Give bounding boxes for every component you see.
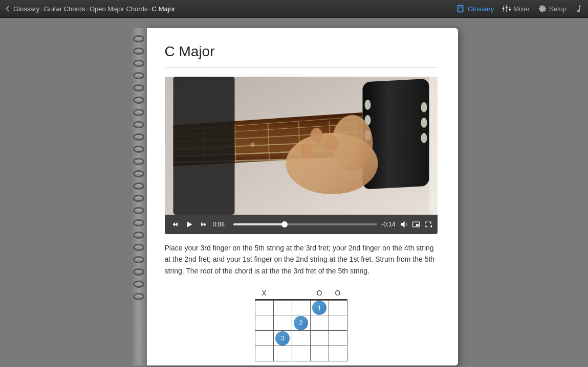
fullscreen-button[interactable] [424,220,432,228]
notebook: C Major [130,28,458,365]
rewind-button[interactable] [170,220,180,228]
spiral-ring [133,72,144,79]
svg-point-33 [300,143,312,158]
svg-rect-34 [173,77,234,215]
chord-cell: 3 [273,331,292,346]
spiral-ring [133,281,144,288]
chord-row [255,346,347,361]
spiral-ring [133,109,144,116]
chord-cell [273,300,292,315]
play-button[interactable] [184,220,194,228]
svg-rect-4 [506,7,508,8]
chord-cell [329,300,347,315]
svg-rect-1 [506,5,507,12]
svg-point-32 [325,135,338,151]
spiral-ring [133,35,144,42]
breadcrumb-c-major[interactable]: C Major [152,5,176,13]
progress-fill [233,223,285,225]
spiral-ring [133,170,144,177]
video-thumbnail [165,77,438,215]
chord-cell [255,346,273,361]
glossary-label: Glossary [468,5,494,13]
music-button[interactable] [575,4,584,13]
pip-button[interactable] [412,220,420,228]
spiral-ring [133,84,144,91]
svg-rect-36 [416,224,419,226]
current-time: 0:08 [213,221,229,228]
chord-cell [292,331,310,346]
chord-table: 123 [255,299,347,361]
breadcrumb-guitar-chords[interactable]: Guitar Chords [44,5,85,13]
chord-header-cell: O [329,289,347,297]
spiral-ring [133,244,144,251]
glossary-button[interactable]: Glossary [456,4,494,13]
chord-cell [310,315,329,331]
svg-point-31 [310,128,322,143]
spiral-ring [133,121,144,128]
mixer-button[interactable]: Mixer [502,4,530,13]
progress-bar[interactable] [233,223,378,225]
breadcrumb-sep-2: › [86,5,89,13]
progress-thumb [281,221,288,227]
chord-row: 1 [255,300,347,315]
chord-cell [273,346,292,361]
chord-cell [273,315,292,331]
top-bar-right: Glossary Mixer Setup [456,4,584,13]
chord-cell [310,346,329,361]
finger-dot-1: 1 [312,301,326,315]
finger-dot-3: 3 [275,331,290,346]
breadcrumb-sep-3: › [148,5,150,13]
chord-grid: 123 [255,299,347,361]
setup-button[interactable]: Setup [538,4,567,13]
svg-point-12 [421,118,427,128]
svg-point-11 [421,102,427,112]
spiral-ring [133,158,144,165]
page-content: C Major [147,28,458,365]
svg-rect-3 [503,8,505,9]
spiral-ring [133,293,144,300]
spiral-ring [133,146,144,153]
chord-cell [255,315,273,331]
breadcrumb-glossary[interactable]: Glossary [13,5,39,13]
spiral-ring [133,195,144,202]
video-player[interactable]: 0:08 -0:14 [165,77,438,234]
chord-cell [329,346,347,361]
volume-button[interactable] [400,220,408,228]
chord-header-cell: X [255,289,273,297]
spiral-ring [133,219,144,226]
spiral-ring [133,133,144,141]
chord-cell [292,300,310,315]
svg-point-27 [250,143,254,147]
chord-row: 2 [255,315,347,331]
back-button[interactable] [4,5,11,12]
chord-cell: 2 [292,315,310,331]
page-divider [165,67,438,67]
main-content: C Major [0,18,588,367]
chord-header: XOO [255,289,347,297]
chord-cell [310,331,329,346]
breadcrumb-sep-1: › [40,5,42,13]
fastforward-button[interactable] [199,220,209,228]
mixer-label: Mixer [513,5,530,13]
spiral-binding [130,28,147,365]
spiral-ring [133,48,144,55]
breadcrumb-open-major[interactable]: Open Major Chords [90,5,147,13]
setup-label: Setup [549,5,567,13]
page-title: C Major [165,43,438,60]
svg-point-8 [364,100,371,110]
chord-cell [329,315,347,331]
spiral-ring [133,232,144,239]
chord-cell: 1 [310,300,329,315]
chord-cell [329,331,347,346]
remaining-time: -0:14 [381,221,395,228]
svg-point-13 [421,133,427,143]
chord-header-cell: O [310,289,329,297]
video-controls-bar: 0:08 -0:14 [165,215,438,234]
spiral-ring [133,207,144,214]
finger-dot-2: 2 [294,316,308,330]
chord-cell [255,300,273,315]
spiral-ring [133,268,144,276]
chord-row: 3 [255,331,347,346]
chord-cell [255,331,273,346]
chord-cell [292,346,310,361]
